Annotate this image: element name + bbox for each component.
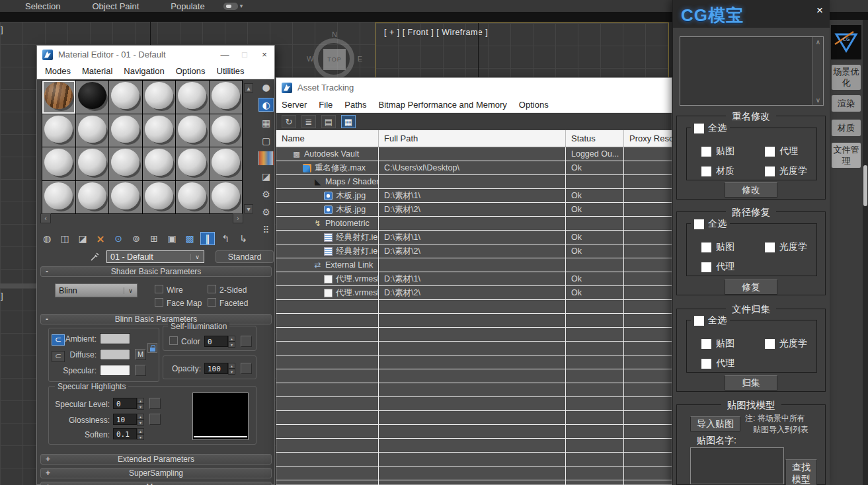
lock-icon[interactable]	[147, 343, 157, 353]
scroll-right-button[interactable]: ›	[233, 213, 243, 223]
checkbox-box[interactable]	[694, 316, 704, 326]
panel-scrollbar[interactable]	[863, 20, 868, 485]
table-row[interactable]: ◣Maps / Shaders	[276, 175, 672, 189]
menu-utilities[interactable]: Utilities	[217, 66, 245, 76]
material-type-button[interactable]: Standard	[216, 250, 274, 263]
listbox-scrollbar[interactable]: ∧ ∨	[812, 37, 823, 105]
rollout-supersampling[interactable]: + SuperSampling	[40, 468, 272, 478]
sample-slot-1[interactable]	[42, 81, 75, 114]
scroll-up-button[interactable]: ▴	[244, 83, 253, 93]
sample-slot-19[interactable]	[42, 181, 75, 214]
checkbox-box[interactable]	[701, 339, 711, 349]
ambient-color-swatch[interactable]	[100, 333, 130, 344]
table-row[interactable]: 代理.vrmeshD:\素材\2\Ok	[276, 286, 672, 300]
self-illum-spinner[interactable]: 0	[204, 336, 235, 347]
menu-bitmap-performance[interactable]: Bitmap Performance and Memory	[379, 100, 507, 110]
table-row[interactable]: ▩Autodesk VaultLogged Ou...	[276, 147, 672, 161]
minimize-button[interactable]: —	[215, 50, 235, 59]
put-to-library-icon[interactable]: ⊞	[147, 232, 161, 245]
scrollbar-thumb[interactable]	[863, 165, 867, 206]
sample-slot-23[interactable]	[176, 181, 209, 214]
go-forward-to-sibling-icon[interactable]: ↳	[236, 232, 251, 245]
menu-navigation[interactable]: Navigation	[124, 66, 164, 76]
reset-map-icon[interactable]: ×	[93, 232, 108, 245]
workspace-dropdown[interactable]: ▾	[223, 3, 243, 10]
scroll-left-button[interactable]: ‹	[40, 213, 51, 223]
self-illum-color-checkbox[interactable]	[169, 336, 178, 345]
sample-type-sphere-icon[interactable]: ●	[258, 80, 274, 94]
specular-level-spinner[interactable]: 0	[113, 398, 144, 409]
column-name[interactable]: Name	[276, 130, 379, 147]
cg-panel-titlebar[interactable]: CG模宝 ×	[673, 0, 830, 28]
rollout-blinn-basic[interactable]: - Blinn Basic Parameters	[40, 314, 272, 324]
checkbox-box[interactable]	[765, 167, 775, 176]
asset-tracking-titlebar[interactable]: Asset Tracking	[276, 78, 672, 97]
checkbox-proxy[interactable]: 代理	[701, 357, 765, 369]
list-view-icon[interactable]: ≣	[301, 115, 316, 128]
material-id-channel-icon[interactable]: ▣	[165, 232, 179, 245]
opacity-map-button[interactable]	[241, 363, 252, 374]
rollout-extended-parameters[interactable]: + Extended Parameters	[40, 454, 272, 465]
checkbox-photometric[interactable]: 光度学	[765, 165, 816, 177]
face-map-checkbox[interactable]	[155, 298, 163, 307]
sample-uv-tiling-icon[interactable]: ▢	[258, 133, 274, 147]
table-row-empty[interactable]	[276, 439, 672, 453]
checkbox-maps[interactable]: 贴图	[701, 241, 765, 253]
go-to-parent-icon[interactable]: ↰	[218, 232, 233, 245]
sample-slot-18[interactable]	[210, 147, 243, 180]
table-view-icon[interactable]: ▦	[341, 115, 356, 128]
sample-slot-11[interactable]	[176, 114, 209, 147]
show-map-in-viewport-icon[interactable]: ▩	[182, 232, 197, 245]
put-material-to-scene-icon[interactable]: ◫	[58, 232, 72, 245]
sample-slot-8[interactable]	[76, 114, 109, 147]
checkbox-proxy[interactable]: 代理	[701, 261, 765, 273]
glossiness-spinner[interactable]: 10	[113, 414, 144, 425]
table-row-empty[interactable]	[276, 355, 672, 369]
table-row-empty[interactable]	[276, 328, 672, 342]
table-row[interactable]: ⇄External Link	[276, 258, 672, 272]
table-row-empty[interactable]	[276, 300, 672, 314]
sample-slot-21[interactable]	[109, 181, 142, 214]
maximize-button[interactable]: □	[235, 50, 255, 59]
sample-slot-15[interactable]	[109, 147, 142, 180]
sample-slot-3[interactable]	[109, 81, 142, 114]
sample-slot-17[interactable]	[176, 147, 209, 180]
checkbox-box[interactable]	[765, 339, 775, 349]
specular-color-swatch[interactable]	[100, 365, 130, 376]
table-row-empty[interactable]	[276, 397, 672, 411]
checkbox-box[interactable]	[701, 359, 711, 369]
menu-material[interactable]: Material	[82, 66, 112, 76]
wire-checkbox[interactable]	[155, 285, 163, 293]
sample-slot-5[interactable]	[176, 81, 209, 114]
table-row[interactable]: 经典射灯.iesD:\素材\2\Ok	[276, 244, 672, 258]
table-row[interactable]: 代理.vrmeshD:\素材\1\Ok	[276, 272, 672, 286]
table-row[interactable]: 木板.jpgD:\素材\2\Ok	[276, 203, 672, 217]
glossiness-map-button[interactable]	[149, 414, 161, 425]
close-button[interactable]: ×	[255, 50, 274, 59]
path-repair-button[interactable]: 修复	[725, 280, 777, 295]
table-row-empty[interactable]	[276, 453, 672, 466]
sample-slot-6[interactable]	[210, 81, 243, 114]
refresh-icon[interactable]: ↻	[282, 115, 296, 128]
two-sided-checkbox[interactable]	[208, 285, 216, 293]
tab-scene-optimize[interactable]: 场景优化	[832, 65, 861, 90]
menu-modes[interactable]: Modes	[45, 66, 71, 76]
self-illum-map-button[interactable]	[241, 336, 252, 347]
checkbox-box[interactable]	[694, 219, 704, 229]
spinner-arrows-icon[interactable]	[137, 428, 144, 439]
scroll-up-icon[interactable]: ∧	[813, 38, 823, 46]
map-name-input[interactable]	[690, 447, 784, 484]
menu-options[interactable]: Options	[519, 100, 549, 110]
sample-slot-2[interactable]	[76, 81, 109, 114]
checkbox-box[interactable]	[765, 243, 775, 252]
select-by-material-icon[interactable]: ⚙	[258, 205, 274, 219]
specular-map-button[interactable]	[135, 365, 146, 376]
make-preview-icon[interactable]: ◪	[258, 169, 274, 183]
spinner-arrows-icon[interactable]	[137, 414, 144, 425]
table-row-empty[interactable]	[276, 314, 672, 328]
sample-slot-13[interactable]	[42, 147, 75, 180]
diffuse-map-button[interactable]: M	[135, 349, 146, 360]
make-unique-icon[interactable]: ⊚	[129, 232, 143, 245]
sample-slot-9[interactable]	[109, 114, 142, 147]
menu-selection[interactable]: Selection	[25, 1, 60, 11]
